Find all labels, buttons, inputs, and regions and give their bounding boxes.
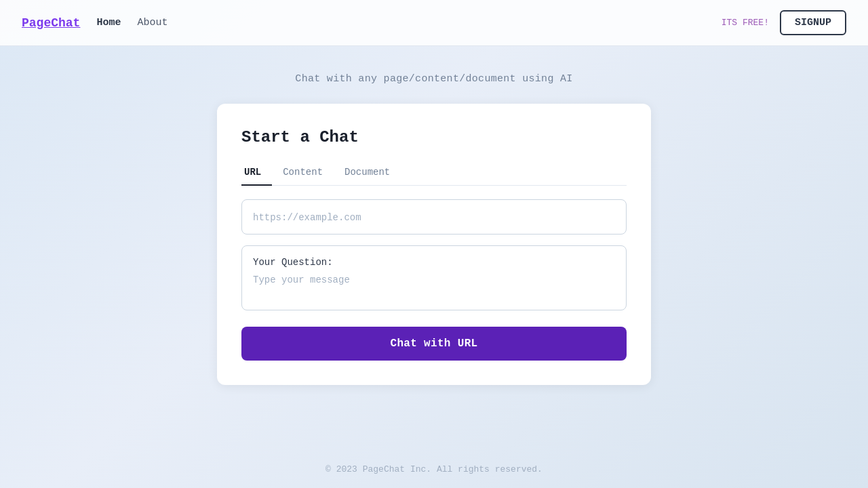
tab-content[interactable]: Content [272,163,334,186]
nav-home-link[interactable]: Home [96,17,121,28]
nav-about-link[interactable]: About [137,17,167,28]
tab-document[interactable]: Document [334,163,401,186]
footer: © 2023 PageChat Inc. All rights reserved… [0,451,868,488]
its-free-label: ITS FREE! [722,18,769,28]
signup-button[interactable]: SIGNUP [780,10,846,35]
question-label: Your Question: [253,257,615,268]
url-input-box [241,199,627,235]
nav-right: ITS FREE! SIGNUP [722,10,846,35]
card-title: Start a Chat [241,128,627,146]
navbar: PageChat Home About ITS FREE! SIGNUP [0,0,868,46]
message-input[interactable] [253,274,615,296]
chat-with-url-button[interactable]: Chat with URL [241,327,627,361]
message-input-box: Your Question: [241,245,627,310]
tagline: Chat with any page/content/document usin… [295,73,572,85]
url-input[interactable] [253,212,615,223]
nav-left: PageChat Home About [22,16,167,30]
copyright-text: © 2023 PageChat Inc. All rights reserved… [326,464,542,474]
tab-url[interactable]: URL [241,163,272,186]
chat-card: Start a Chat URL Content Document Your Q… [217,104,651,385]
tab-bar: URL Content Document [241,163,627,186]
nav-logo[interactable]: PageChat [22,16,80,30]
main-content: Chat with any page/content/document usin… [0,46,868,451]
